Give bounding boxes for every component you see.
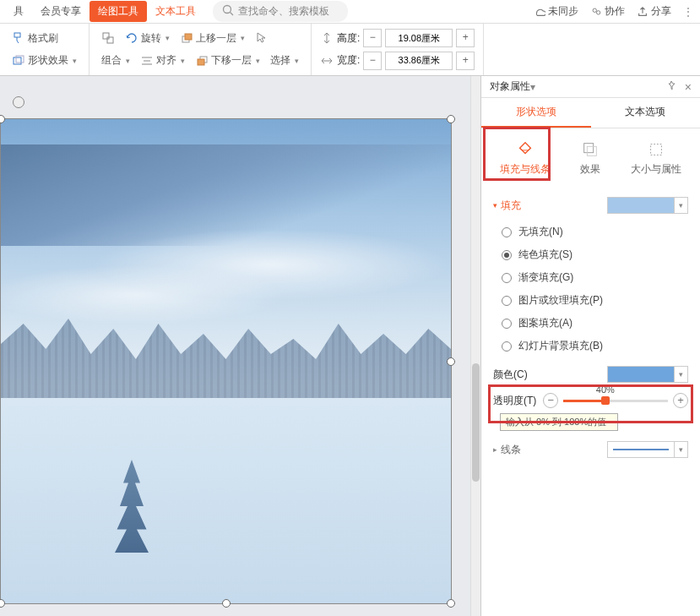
- svg-rect-7: [103, 33, 109, 39]
- opacity-label: 透明度(T): [493, 394, 536, 408]
- resize-handle-mr[interactable]: [447, 357, 455, 366]
- opacity-value: 40%: [596, 384, 615, 395]
- rotate-button[interactable]: 旋转▾: [122, 30, 173, 47]
- svg-rect-8: [107, 37, 113, 43]
- resize-handle-tr[interactable]: [447, 115, 455, 123]
- svg-rect-6: [16, 56, 24, 63]
- opacity-minus[interactable]: −: [543, 393, 558, 408]
- fill-slidebg-radio[interactable]: 幻灯片背景填充(B): [502, 335, 688, 357]
- fill-color-picker[interactable]: ▾: [607, 366, 688, 383]
- bring-forward-button[interactable]: 上移一层▾: [176, 30, 248, 47]
- opacity-thumb[interactable]: [601, 396, 610, 405]
- pin-icon[interactable]: [666, 80, 676, 94]
- svg-rect-5: [14, 57, 21, 64]
- svg-rect-10: [185, 34, 192, 40]
- fill-section-header[interactable]: ▾填充 ▾: [493, 194, 688, 217]
- height-input[interactable]: [385, 29, 453, 47]
- shape-effect-button[interactable]: 形状效果▾: [8, 52, 80, 69]
- menu-text-tools[interactable]: 文本工具: [147, 1, 204, 22]
- tab-text-options[interactable]: 文本选项: [591, 98, 701, 128]
- select-label[interactable]: 选择▾: [267, 52, 302, 69]
- group-button[interactable]: [98, 30, 118, 46]
- mode-fill-line[interactable]: 填充与线条: [495, 137, 556, 180]
- more-icon[interactable]: ⋮: [683, 6, 695, 18]
- mode-size-props[interactable]: 大小与属性: [626, 137, 686, 180]
- group-label[interactable]: 组合▾: [98, 52, 133, 69]
- svg-rect-18: [651, 144, 662, 155]
- selected-shape[interactable]: [0, 118, 452, 604]
- height-minus[interactable]: −: [363, 29, 382, 47]
- fill-pattern-radio[interactable]: 图案填充(A): [502, 312, 688, 335]
- resize-handle-tl[interactable]: [0, 115, 5, 123]
- line-section-header[interactable]: ▸线条 ▾: [493, 438, 688, 461]
- close-icon[interactable]: ×: [685, 80, 692, 94]
- select-pane-button[interactable]: [252, 30, 272, 46]
- menu-draw-tools[interactable]: 绘图工具: [90, 1, 147, 22]
- height-icon: [320, 31, 334, 45]
- fill-gradient-radio[interactable]: 渐变填充(G): [502, 266, 688, 289]
- sync-status[interactable]: 未同步: [534, 4, 578, 19]
- fill-none-radio[interactable]: 无填充(N): [502, 221, 688, 243]
- align-button[interactable]: 对齐▾: [137, 52, 188, 69]
- menu-member[interactable]: 会员专享: [32, 1, 90, 22]
- opacity-plus[interactable]: +: [673, 393, 688, 408]
- width-minus[interactable]: −: [363, 52, 382, 70]
- panel-title: 对象属性: [490, 79, 530, 94]
- resize-handle-bl[interactable]: [0, 599, 5, 608]
- tab-shape-options[interactable]: 形状选项: [481, 98, 591, 128]
- svg-rect-15: [198, 59, 204, 65]
- send-backward-button[interactable]: 下移一层▾: [192, 52, 263, 69]
- svg-rect-4: [14, 33, 20, 37]
- search-icon: [221, 3, 235, 19]
- svg-point-2: [593, 8, 596, 12]
- opacity-range-tooltip: 输入从 0% 到 100%的值: [500, 413, 618, 431]
- svg-rect-16: [584, 144, 594, 153]
- color-label: 颜色(C): [493, 368, 528, 382]
- width-icon: [320, 54, 334, 68]
- svg-point-3: [596, 10, 600, 14]
- canvas[interactable]: [0, 76, 470, 616]
- height-label: 高度:: [337, 31, 360, 46]
- rotate-handle[interactable]: [13, 96, 24, 108]
- width-plus[interactable]: +: [456, 52, 475, 70]
- height-plus[interactable]: +: [456, 29, 475, 47]
- svg-point-0: [224, 6, 231, 14]
- width-input[interactable]: [385, 52, 453, 70]
- resize-handle-mb[interactable]: [222, 599, 231, 608]
- fill-color-swatch-top[interactable]: ▾: [607, 197, 688, 214]
- fill-picture-radio[interactable]: 图片或纹理填充(P): [502, 289, 688, 312]
- format-painter-button[interactable]: 格式刷: [8, 30, 62, 47]
- search-placeholder: 查找命令、搜索模板: [238, 4, 329, 19]
- line-style-picker[interactable]: ▾: [607, 441, 688, 458]
- collab-button[interactable]: 协作: [590, 4, 625, 19]
- width-label: 宽度:: [337, 53, 360, 68]
- share-button[interactable]: 分享: [637, 4, 671, 19]
- svg-rect-17: [588, 146, 597, 155]
- menu-tools-partial[interactable]: 具: [5, 1, 32, 22]
- opacity-slider[interactable]: 40%: [563, 400, 668, 402]
- svg-line-1: [231, 13, 234, 16]
- vertical-scrollbar[interactable]: [470, 76, 480, 616]
- mode-effect[interactable]: 效果: [575, 137, 605, 180]
- resize-handle-br[interactable]: [447, 599, 455, 608]
- fill-solid-radio[interactable]: 纯色填充(S): [502, 243, 688, 266]
- search-input[interactable]: 查找命令、搜索模板: [213, 1, 348, 22]
